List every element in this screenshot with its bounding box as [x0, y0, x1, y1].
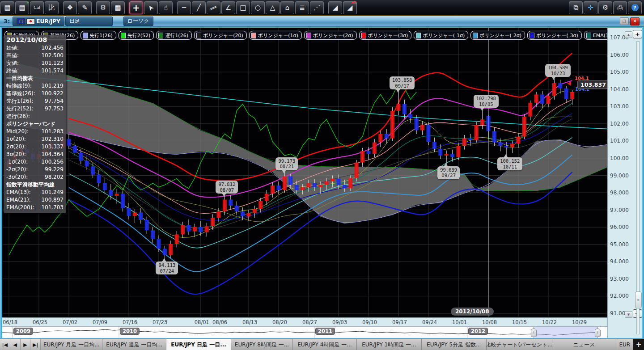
date-axis[interactable]: 06/1806/2507/0207/0907/1607/2308/0108/06…: [2, 317, 607, 326]
new-chart-icon[interactable]: ▤+: [15, 1, 29, 14]
legend-item[interactable]: 遅行1(26): [156, 31, 192, 40]
chart-tab-active[interactable]: EUR/JPY 日足 一目...: [166, 339, 231, 350]
legend-item-label: ボリンジャー(-2σ): [479, 32, 521, 39]
legend-item[interactable]: ボリンジャー(-3σ): [527, 31, 582, 40]
draw-triangle-icon[interactable]: △: [266, 1, 280, 14]
main-toolbar: ▤▤+Cal比❖✎⚙▦+➤☝─╱∥∠□○△⌂≣⋰◢◢ALL⧉✛⚙⎙?: [0, 0, 644, 16]
close-window-button[interactable]: ✕: [630, 17, 640, 25]
first-chart-button[interactable]: |◀: [0, 339, 10, 350]
pan-hand-icon[interactable]: ☝: [159, 1, 173, 14]
current-price-label: 103.837: [577, 80, 609, 89]
legend-item[interactable]: ボリンジャー(2σ): [304, 31, 357, 40]
axis-scrollbar-track[interactable]: [636, 41, 640, 334]
info-row: 基準線(26):100.922: [6, 90, 64, 97]
draw-parallel-lines-icon[interactable]: ∥: [207, 1, 220, 14]
date-tick-label: 08/13: [242, 319, 257, 325]
window-layout-icon-glyph: ⧉: [573, 4, 578, 11]
axis-scroll-up-button[interactable]: ▲: [625, 31, 632, 38]
info-row-value: 100.897: [41, 196, 64, 204]
chart-tab[interactable]: 比較チャート(パーセント...: [487, 339, 552, 350]
chart-tab[interactable]: EUR/JPY 8時間足 一...: [231, 339, 293, 350]
chart-tab[interactable]: EUR/JPY 月足 一目均...: [41, 339, 102, 350]
price-tick-label: 103.00: [610, 103, 629, 110]
next-chart-button[interactable]: ▶: [21, 339, 31, 350]
crosshair-date-badge: 2012/10/08: [451, 308, 494, 316]
draw-circle-icon[interactable]: ○: [251, 1, 265, 14]
link-charts-icon[interactable]: ❖: [63, 1, 77, 14]
annotation-date: 10/05: [476, 101, 496, 107]
navigator-right-handle[interactable]: ⁞: [595, 329, 601, 337]
price-axis[interactable]: 107.00106.00105.00104.00103.00102.00101.…: [607, 28, 642, 338]
eraser-icon-glyph: ◢: [333, 4, 338, 11]
annotation-date: 10/23: [548, 71, 568, 76]
help-icon-glyph: ?: [631, 4, 639, 11]
draw-pentagon-icon[interactable]: ⌂: [280, 1, 294, 14]
zoom-in-button[interactable]: +: [633, 30, 642, 38]
navigator-selection-range[interactable]: [534, 327, 598, 338]
chart-window-titlebar[interactable]: 3: EUR/JPY 日足 ローソク ❐ ✕: [0, 16, 644, 27]
legend-item[interactable]: ボリンジャー(-1σ): [414, 31, 468, 40]
help-icon[interactable]: ?: [628, 1, 642, 14]
fullscreen-icon[interactable]: ✛: [584, 1, 597, 14]
japan-flag-icon: [26, 18, 35, 25]
axis-scrollbar-thumb[interactable]: ≡: [635, 291, 642, 308]
add-tab-button[interactable]: +: [633, 339, 644, 350]
pencil-icon[interactable]: ✎: [78, 1, 92, 14]
info-row-value: 98.202: [45, 173, 64, 181]
board-list-icon[interactable]: ▤: [0, 1, 14, 14]
erase-all-icon[interactable]: ◢ALL: [343, 1, 357, 14]
legend-item[interactable]: 先行2(52): [119, 31, 154, 40]
compare-icon[interactable]: 比: [45, 1, 59, 14]
draw-ray-icon[interactable]: ∠: [221, 1, 235, 14]
cursor-icon[interactable]: ➤: [144, 1, 158, 14]
eu-flag-icon: [17, 18, 25, 25]
date-tick-label: 10/29: [572, 319, 587, 325]
draw-trend-line-icon[interactable]: ╱: [192, 1, 206, 14]
chart-tab[interactable]: EUR/JPY 5分足 指数...: [422, 339, 487, 350]
draw-parallel-lines-icon-glyph: ∥: [210, 4, 217, 10]
fib-lines-icon[interactable]: ≣: [295, 1, 309, 14]
save-icon[interactable]: ▦: [111, 1, 125, 14]
info-row-value: 101.574: [41, 67, 64, 75]
navigator-year-label: 2012: [468, 328, 488, 335]
timeframe-selector[interactable]: 日足: [65, 17, 113, 26]
annotation-price: 97.812: [218, 181, 235, 187]
legend-item[interactable]: ボリンジャー(1σ): [249, 31, 302, 40]
chart-settings-icon[interactable]: ⚙: [96, 1, 110, 14]
draw-horizontal-line-icon[interactable]: ─: [177, 1, 191, 14]
print-icon[interactable]: ⎙: [613, 1, 627, 14]
symbol-panel[interactable]: EUR/JPY: [13, 17, 64, 26]
chart-tab[interactable]: EUR/JPY 4時間足 一...: [293, 339, 357, 350]
axis-scroll-down-button[interactable]: ▼: [625, 311, 632, 318]
legend-item[interactable]: ボリンジャー(20): [194, 31, 247, 40]
info-section-header: 一目均衡表: [6, 75, 64, 82]
chart-tab[interactable]: EUR/JPY 1時間足 一...: [357, 339, 422, 350]
chart-tab[interactable]: EUR/JPY 週足 一目均...: [102, 339, 166, 350]
last-chart-button[interactable]: ▶|: [30, 339, 41, 350]
draw-rectangle-icon[interactable]: □: [236, 1, 250, 14]
window-layout-icon[interactable]: ⧉: [569, 1, 583, 14]
draw-rectangle-icon-glyph: □: [240, 4, 246, 11]
history-navigator[interactable]: 2009201020112012⁞⁞: [2, 326, 607, 338]
legend-item[interactable]: ボリンジャー(-2σ): [470, 31, 525, 40]
calendar-cal-icon[interactable]: Cal: [30, 1, 44, 14]
annotation-price: 94.113: [158, 262, 175, 268]
navigator-left-handle[interactable]: ⁞: [531, 329, 537, 337]
legend-color-chip: [83, 33, 88, 38]
chart-tab[interactable]: ニュース: [552, 339, 617, 350]
settings-gear-icon[interactable]: ⚙: [598, 1, 612, 14]
price-tick-label: 102.00: [610, 121, 629, 127]
info-row-label: 安値:: [6, 59, 19, 67]
date-tick-label: 08/01: [195, 319, 209, 325]
legend-item[interactable]: ボリンジャー(3σ): [359, 31, 412, 40]
legend-item[interactable]: 先行1(26): [80, 31, 116, 40]
chart-tab[interactable]: EUR: [616, 339, 633, 350]
crosshair-icon[interactable]: +: [129, 1, 143, 14]
prev-chart-button[interactable]: ◀: [10, 339, 21, 350]
chart-type-selector[interactable]: ローソク: [123, 17, 153, 26]
link-charts-icon-glyph: ❖: [67, 4, 73, 11]
fib-fan-icon[interactable]: ⋰: [310, 1, 324, 14]
eraser-icon[interactable]: ◢: [328, 1, 342, 14]
info-row-label: 高値:: [6, 52, 19, 59]
restore-window-button[interactable]: ❐: [620, 17, 629, 25]
